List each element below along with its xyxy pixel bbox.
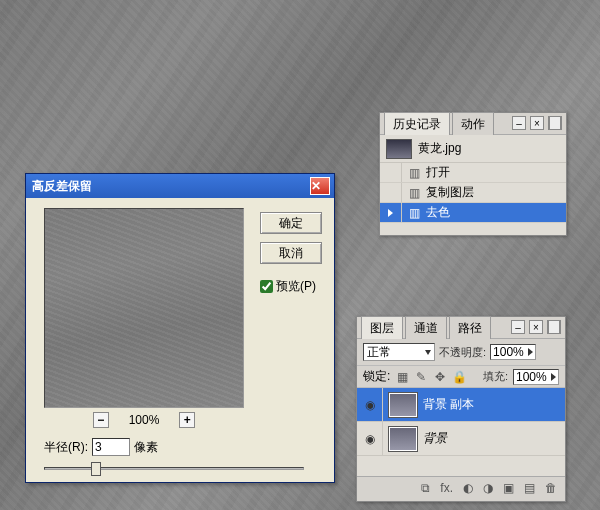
layers-list: ◉ 背景 副本 ◉ 背景	[357, 388, 565, 476]
layer-name[interactable]: 背景	[423, 430, 447, 447]
layer-thumb[interactable]	[388, 426, 418, 452]
tab-history[interactable]: 历史记录	[384, 112, 450, 135]
fill-input[interactable]: 100%	[513, 369, 559, 385]
layers-panel-header: 图层 通道 路径 – ×	[357, 317, 565, 339]
blend-mode-dropdown[interactable]: 正常	[363, 343, 435, 361]
layers-footer: ⧉ fx. ◐ ◑ ▣ ▤ 🗑	[357, 476, 565, 498]
adjust-icon: ▥	[406, 205, 422, 221]
chevron-down-icon	[425, 350, 431, 355]
tab-channels[interactable]: 通道	[405, 316, 447, 339]
eye-icon: ◉	[365, 398, 375, 412]
minus-icon: −	[97, 413, 104, 427]
fill-value: 100%	[516, 370, 547, 384]
radius-label: 半径(R):	[44, 439, 88, 456]
new-layer-icon[interactable]: ▤	[524, 481, 535, 495]
panel-minimize-icon[interactable]: –	[512, 116, 526, 130]
lock-transparent-icon[interactable]: ▦	[395, 370, 409, 384]
history-step-label: 复制图层	[426, 184, 474, 201]
dialog-title: 高反差保留	[32, 178, 310, 195]
slider-thumb[interactable]	[91, 462, 101, 476]
tab-paths[interactable]: 路径	[449, 316, 491, 339]
history-snapshot[interactable]: 黄龙.jpg	[380, 135, 566, 163]
blend-mode-value: 正常	[367, 344, 391, 361]
radius-row: 半径(R): 像素	[44, 438, 158, 456]
layers-panel: 图层 通道 路径 – × 正常 不透明度: 100% 锁定: ▦ ✎ ✥ 🔒 填…	[356, 316, 566, 502]
opacity-value: 100%	[493, 345, 524, 359]
tab-layers[interactable]: 图层	[361, 316, 403, 339]
history-panel: 历史记录 动作 – × 黄龙.jpg ▥ 打开 ▥ 复制图层 ▥ 去色	[379, 112, 567, 236]
opacity-label: 不透明度:	[439, 345, 486, 360]
high-pass-dialog: 高反差保留 ✕ 确定 取消 预览(P) − 100% + 半径(R): 像素	[25, 173, 335, 483]
panel-menu-icon[interactable]	[547, 320, 561, 334]
plus-icon: +	[184, 413, 191, 427]
opacity-input[interactable]: 100%	[490, 344, 536, 360]
layers-icon: ▥	[406, 185, 422, 201]
ok-button[interactable]: 确定	[260, 212, 322, 234]
panel-close-icon[interactable]: ×	[530, 116, 544, 130]
history-body: 黄龙.jpg ▥ 打开 ▥ 复制图层 ▥ 去色	[380, 135, 566, 235]
eye-icon: ◉	[365, 432, 375, 446]
layer-row-background[interactable]: ◉ 背景	[357, 422, 565, 456]
layer-row-copy[interactable]: ◉ 背景 副本	[357, 388, 565, 422]
panel-minimize-icon[interactable]: –	[511, 320, 525, 334]
cancel-button[interactable]: 取消	[260, 242, 322, 264]
zoom-controls: − 100% +	[44, 412, 244, 428]
lock-image-icon[interactable]: ✎	[414, 370, 428, 384]
radius-input[interactable]	[92, 438, 130, 456]
lock-row: 锁定: ▦ ✎ ✥ 🔒 填充: 100%	[357, 366, 565, 388]
visibility-toggle[interactable]: ◉	[357, 422, 383, 455]
panel-controls: – ×	[511, 320, 561, 334]
dialog-titlebar[interactable]: 高反差保留 ✕	[26, 174, 334, 198]
zoom-value: 100%	[129, 413, 160, 427]
history-gutter	[380, 203, 402, 222]
chevron-right-icon	[528, 348, 533, 356]
fill-label: 填充:	[483, 369, 508, 384]
lock-position-icon[interactable]: ✥	[433, 370, 447, 384]
panel-menu-icon[interactable]	[548, 116, 562, 130]
tab-actions[interactable]: 动作	[452, 112, 494, 135]
link-layers-icon[interactable]: ⧉	[421, 481, 430, 495]
panel-close-icon[interactable]: ×	[529, 320, 543, 334]
trash-icon[interactable]: 🗑	[545, 481, 557, 495]
preview-label: 预览(P)	[276, 278, 316, 295]
preview-checkbox[interactable]	[260, 280, 273, 293]
history-step-duplicate[interactable]: ▥ 复制图层	[380, 183, 566, 203]
history-step-label: 打开	[426, 164, 450, 181]
current-step-icon	[388, 209, 393, 217]
panel-controls: – ×	[512, 116, 562, 130]
dialog-body: 确定 取消 预览(P) − 100% + 半径(R): 像素	[26, 198, 334, 482]
history-step-label: 去色	[426, 204, 450, 221]
snapshot-name: 黄龙.jpg	[418, 140, 461, 157]
chevron-right-icon	[551, 373, 556, 381]
document-icon: ▥	[406, 165, 422, 181]
layers-options-row: 正常 不透明度: 100%	[357, 339, 565, 366]
history-gutter	[380, 163, 402, 182]
history-panel-header: 历史记录 动作 – ×	[380, 113, 566, 135]
zoom-out-button[interactable]: −	[93, 412, 109, 428]
mask-icon[interactable]: ◐	[463, 481, 473, 495]
filter-preview[interactable]	[44, 208, 244, 408]
close-icon[interactable]: ✕	[310, 177, 330, 195]
radius-slider[interactable]	[44, 460, 304, 478]
history-step-open[interactable]: ▥ 打开	[380, 163, 566, 183]
lock-label: 锁定:	[363, 368, 390, 385]
fx-icon[interactable]: fx.	[440, 481, 453, 495]
history-step-desaturate[interactable]: ▥ 去色	[380, 203, 566, 223]
history-gutter	[380, 183, 402, 202]
layer-thumb[interactable]	[388, 392, 418, 418]
adjustment-icon[interactable]: ◑	[483, 481, 493, 495]
slider-track	[44, 467, 304, 470]
snapshot-thumb	[386, 139, 412, 159]
visibility-toggle[interactable]: ◉	[357, 388, 383, 421]
zoom-in-button[interactable]: +	[179, 412, 195, 428]
preview-checkbox-row[interactable]: 预览(P)	[260, 278, 322, 295]
radius-unit: 像素	[134, 439, 158, 456]
lock-all-icon[interactable]: 🔒	[452, 370, 466, 384]
layer-name[interactable]: 背景 副本	[423, 396, 474, 413]
group-icon[interactable]: ▣	[503, 481, 514, 495]
